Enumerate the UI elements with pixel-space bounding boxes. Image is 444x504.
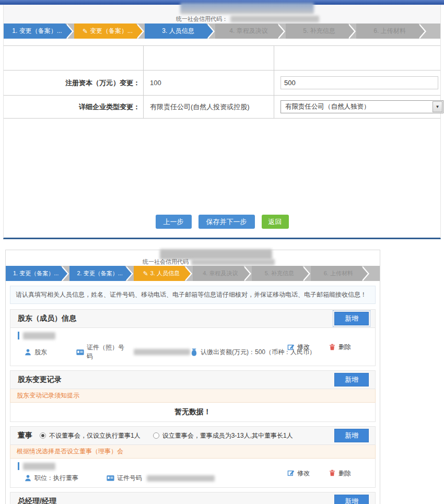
- change-table: 注册资本（万元）变更： 100 详细企业类型变更： 有限责任公司(自然人投资或控…: [4, 45, 440, 119]
- section-notice: 根据情况选择是否设立董事（理事）会: [10, 445, 376, 459]
- delete-label: 删除: [338, 343, 351, 351]
- id-label: 证件（照）号码: [87, 343, 129, 361]
- step-label: 3. 人员信息: [150, 269, 180, 277]
- step-label: 6. 上传材料: [324, 269, 353, 277]
- delete-button[interactable]: 删除: [329, 343, 351, 351]
- radio-no-board-selected[interactable]: [40, 432, 46, 439]
- trash-icon: [329, 470, 336, 477]
- back-button[interactable]: 返回: [262, 215, 289, 229]
- edit-button[interactable]: 修改: [287, 468, 310, 477]
- capital-new-cell: [274, 71, 440, 95]
- wizard-step-2-active[interactable]: ✎ 变更（备案）...: [74, 24, 136, 39]
- role-chip: 股东: [24, 348, 76, 357]
- edit-label: 修改: [297, 343, 310, 351]
- step-label: 5. 补充信息: [303, 27, 335, 36]
- add-director-button[interactable]: 新增: [334, 429, 369, 442]
- step-wizard: 1. 变更（备案）... 2. 变更（备案）... ✎ 3. 人员信息 4. 章…: [6, 266, 380, 281]
- wizard-step-4[interactable]: 4. 章程及决议: [193, 266, 243, 281]
- company-type-select[interactable]: 有限责任公司（自然人独资） ▼: [281, 100, 443, 113]
- wizard-step-2[interactable]: 2. 变更（备案）...: [69, 266, 124, 281]
- step-label: 4. 章程及决议: [229, 27, 267, 36]
- prev-step-button[interactable]: 上一步: [156, 215, 192, 229]
- empty-data-message: 暂无数据！: [10, 403, 376, 422]
- wizard-step-6[interactable]: 6. 上传材料: [311, 266, 361, 281]
- radio-board-label: 设立董事会，董事成员为3-13人,其中董事长1人: [162, 431, 293, 440]
- wizard-step-1[interactable]: 1. 变更（备案）...: [6, 266, 61, 281]
- position-chip: 职位：执行董事: [24, 474, 107, 483]
- id-label: 证件号码: [117, 474, 142, 483]
- redacted-person-name: [23, 463, 55, 470]
- step-label: 5. 补充信息: [265, 269, 294, 277]
- pencil-icon: ✎: [83, 28, 88, 34]
- wizard-step-3[interactable]: 3. 人员信息: [145, 24, 206, 39]
- edit-pencil-icon: [287, 343, 295, 350]
- add-manager-button[interactable]: 新增: [334, 495, 369, 504]
- wizard-step-5[interactable]: 5. 补充信息: [252, 266, 302, 281]
- wizard-step-3-active[interactable]: ✎ 3. 人员信息: [134, 266, 184, 281]
- save-next-button[interactable]: 保存并下一步: [198, 215, 255, 229]
- section-notice: 股东变动记录须知提示: [10, 389, 376, 403]
- section-header: 股东（成员）信息 新增: [10, 309, 376, 328]
- redacted-person-name: [23, 332, 55, 339]
- edit-label: 修改: [297, 468, 310, 477]
- redacted-company-name: [180, 3, 314, 14]
- wizard-step-1[interactable]: 1. 变更（备案）...: [4, 24, 65, 39]
- step-label: 1. 变更（备案）...: [13, 269, 59, 277]
- panel-personnel-info: 统一社会信用代码 1. 变更（备案）... 2. 变更（备案）... ✎ 3. …: [5, 250, 380, 504]
- section-header: 董事 不设董事会，仅设立执行董事1人 设立董事会，董事成员为3-13人,其中董事…: [10, 426, 376, 445]
- radio-board[interactable]: [153, 432, 159, 439]
- person-icon: [24, 474, 32, 482]
- section-directors: 董事 不设董事会，仅设立执行董事1人 设立董事会，董事成员为3-13人,其中董事…: [10, 426, 376, 488]
- credit-code-label: 统一社会信用代码：: [176, 15, 228, 23]
- panel1-header: 统一社会信用代码：: [4, 5, 440, 24]
- instruction-banner: 请认真填写相关人员信息，姓名、证件号码、移动电话、电子邮箱等信息请仔细核对，并保…: [10, 286, 376, 304]
- accent-bar: [18, 462, 19, 470]
- redacted-credit-code: [191, 259, 275, 265]
- person-icon: [24, 348, 32, 356]
- step-wizard: 1. 变更（备案）... ✎ 变更（备案）... 3. 人员信息 4. 章程及决…: [4, 24, 440, 39]
- capital-input[interactable]: [281, 76, 438, 89]
- redacted-credit-code: [230, 16, 319, 22]
- step-label: 6. 上传材料: [373, 27, 405, 36]
- delete-label: 删除: [338, 468, 351, 477]
- table-row-company-type: 详细企业类型变更： 有限责任公司(自然人投资或控股) 有限责任公司（自然人独资）…: [4, 96, 440, 119]
- table-row-empty: [4, 46, 440, 71]
- id-chip: 证件（照）号码: [76, 343, 190, 361]
- credit-code-label: 统一社会信用代码: [143, 258, 189, 266]
- form-buttons: 上一步 保存并下一步 返回: [4, 215, 440, 229]
- step-label: 1. 变更（备案）...: [12, 27, 62, 36]
- redacted-id-number: [134, 349, 190, 355]
- edit-pencil-icon: [287, 470, 295, 477]
- capital-change-label: 注册资本（万元）变更：: [4, 71, 144, 95]
- step-label: 变更（备案）...: [90, 27, 133, 36]
- chevron-down-icon[interactable]: ▼: [433, 101, 442, 112]
- add-shareholder-button[interactable]: 新增: [334, 312, 369, 325]
- empty-cell: [144, 46, 274, 70]
- row-actions: 修改 删除: [287, 343, 351, 351]
- pencil-icon: ✎: [143, 271, 148, 277]
- add-change-record-button[interactable]: 新增: [334, 373, 369, 386]
- step-label: 2. 变更（备案）...: [77, 269, 122, 277]
- director-row: 职位：执行董事 证件号码: [10, 459, 376, 488]
- wizard-step-4[interactable]: 4. 章程及决议: [215, 24, 277, 39]
- empty-cell: [4, 46, 144, 70]
- selected-option: 有限责任公司（自然人独资）: [281, 102, 433, 111]
- company-type-new-cell: 有限责任公司（自然人独资） ▼: [274, 96, 443, 118]
- section-title: 总经理/经理: [18, 497, 56, 504]
- row-actions: 修改 删除: [287, 468, 351, 477]
- section-header: 股东变更记录 新增: [10, 370, 376, 389]
- wizard-step-6[interactable]: 6. 上传材料: [356, 24, 418, 39]
- credit-code-line: 统一社会信用代码：: [176, 15, 319, 23]
- section-title: 股东（成员）信息: [18, 314, 76, 323]
- money-bag-icon: [190, 348, 198, 356]
- position-label: 职位：执行董事: [34, 474, 78, 483]
- table-row-capital: 注册资本（万元）变更： 100: [4, 71, 440, 96]
- role-label: 股东: [34, 348, 47, 357]
- wizard-step-5[interactable]: 5. 补充信息: [286, 24, 347, 39]
- section-title: 股东变更记录: [18, 375, 62, 384]
- empty-cell: [274, 46, 440, 70]
- radio-no-board-label: 不设董事会，仅设立执行董事1人: [49, 431, 141, 440]
- edit-button[interactable]: 修改: [287, 343, 310, 351]
- id-chip: 证件号码: [107, 474, 215, 483]
- delete-button[interactable]: 删除: [329, 468, 351, 477]
